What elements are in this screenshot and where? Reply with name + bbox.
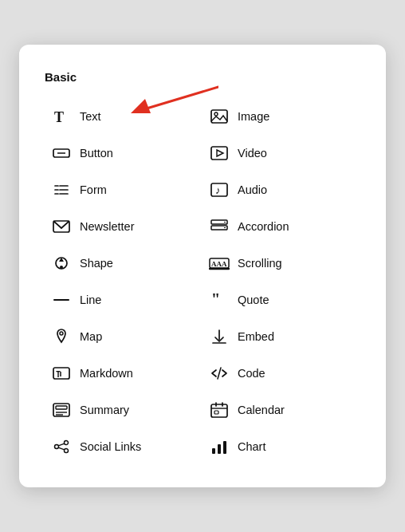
newsletter-icon <box>51 216 72 237</box>
item-shape[interactable]: Shape <box>45 245 202 282</box>
quote-icon: " <box>209 290 230 310</box>
calendar-label: Calendar <box>238 404 285 416</box>
video-icon <box>209 143 230 164</box>
video-label: Video <box>238 147 267 160</box>
text-label: Text <box>80 110 101 123</box>
item-social-links[interactable]: Social Links <box>45 428 202 465</box>
item-image[interactable]: Image <box>202 98 360 135</box>
item-embed[interactable]: Embed <box>202 318 360 355</box>
social-links-label: Social Links <box>80 440 141 453</box>
markdown-label: Markdown <box>80 367 133 380</box>
audio-label: Audio <box>238 183 267 196</box>
summary-icon <box>51 400 72 420</box>
markdown-icon: T <box>51 363 72 384</box>
form-icon <box>51 179 72 200</box>
item-summary[interactable]: Summary <box>45 392 202 428</box>
svg-rect-52 <box>223 441 226 454</box>
newsletter-label: Newsletter <box>80 220 135 233</box>
left-column: T Text Button <box>45 98 202 465</box>
svg-point-15 <box>60 332 63 335</box>
item-button[interactable]: Button <box>45 135 202 171</box>
svg-text:": " <box>211 291 220 308</box>
chart-label: Chart <box>238 440 265 453</box>
item-audio[interactable]: ♪ Audio <box>202 171 360 208</box>
item-text[interactable]: T Text <box>45 98 202 135</box>
svg-rect-49 <box>214 411 218 414</box>
form-label: Form <box>80 183 107 196</box>
code-icon <box>209 363 230 384</box>
item-line[interactable]: Line <box>45 282 202 318</box>
svg-rect-51 <box>218 444 221 454</box>
map-label: Map <box>80 330 102 343</box>
svg-text:T: T <box>56 370 61 379</box>
social-links-icon <box>51 436 72 457</box>
section-title: Basic <box>45 70 360 84</box>
image-label: Image <box>238 110 269 123</box>
svg-marker-31 <box>217 150 223 156</box>
line-label: Line <box>80 294 101 306</box>
svg-point-24 <box>65 441 69 445</box>
item-markdown[interactable]: T Markdown <box>45 355 202 392</box>
item-quote[interactable]: " Quote <box>202 282 360 318</box>
item-calendar[interactable]: Calendar <box>202 392 360 428</box>
embed-icon <box>209 326 230 347</box>
item-chart[interactable]: Chart <box>202 428 360 465</box>
svg-rect-30 <box>211 147 227 160</box>
map-icon <box>51 326 72 347</box>
chart-icon <box>209 436 230 457</box>
svg-point-23 <box>55 445 59 449</box>
shape-icon <box>51 253 72 274</box>
svg-line-44 <box>218 368 221 379</box>
svg-text:AAA: AAA <box>211 260 227 268</box>
item-form[interactable]: Form <box>45 171 202 208</box>
code-label: Code <box>238 367 265 380</box>
image-icon <box>209 106 230 127</box>
panel: Basic T Text Button <box>19 45 386 487</box>
svg-point-25 <box>65 449 69 453</box>
shape-label: Shape <box>80 257 113 270</box>
calendar-icon <box>209 400 230 420</box>
svg-text:♪: ♪ <box>215 184 221 196</box>
item-code[interactable]: Code <box>202 355 360 392</box>
item-scrolling[interactable]: AAA Scrolling <box>202 245 360 282</box>
accordion-icon <box>209 216 230 237</box>
quote-label: Quote <box>238 294 269 306</box>
svg-line-27 <box>58 447 65 450</box>
svg-rect-45 <box>211 404 227 417</box>
svg-text:T: T <box>54 109 64 125</box>
svg-point-13 <box>60 266 63 269</box>
summary-label: Summary <box>80 404 129 416</box>
svg-point-29 <box>214 112 218 116</box>
right-column: Image Video ♪ Audio <box>202 98 360 465</box>
items-grid: T Text Button <box>45 98 360 465</box>
text-icon: T <box>51 106 72 127</box>
button-label: Button <box>80 147 113 160</box>
svg-rect-20 <box>56 406 67 409</box>
item-video[interactable]: Video <box>202 135 360 171</box>
line-icon <box>51 290 72 310</box>
svg-line-26 <box>58 443 65 446</box>
button-icon <box>51 143 72 164</box>
item-newsletter[interactable]: Newsletter <box>45 208 202 245</box>
svg-rect-50 <box>212 448 215 454</box>
embed-label: Embed <box>238 330 274 343</box>
accordion-label: Accordion <box>238 220 289 233</box>
audio-icon: ♪ <box>209 179 230 200</box>
item-accordion[interactable]: Accordion <box>202 208 360 245</box>
svg-rect-28 <box>211 110 227 123</box>
item-map[interactable]: Map <box>45 318 202 355</box>
scrolling-icon: AAA <box>209 253 230 274</box>
scrolling-label: Scrolling <box>238 257 282 270</box>
